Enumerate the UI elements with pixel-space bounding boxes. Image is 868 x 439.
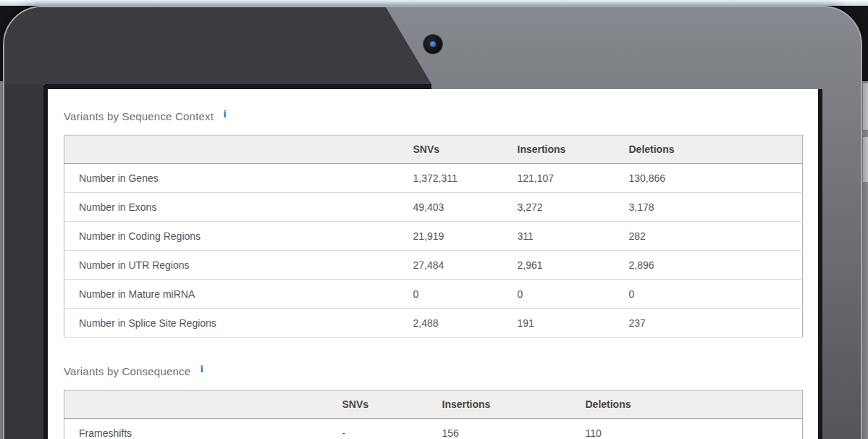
section-header-sequence-context: Variants by Sequence Context i [64,109,802,125]
variants-by-consequence-table: SNVs Insertions Deletions Frameshifts - … [64,390,803,439]
cell-deletions: 282 [615,222,803,251]
cell-deletions: 130,866 [615,164,803,193]
column-header-empty [64,390,328,419]
cell-insertions: 0 [503,280,615,309]
cell-insertions: 121,107 [503,164,615,193]
row-label: Number in UTR Regions [64,251,399,280]
cell-deletions: 110 [571,419,803,439]
column-header-insertions: Insertions [428,390,571,419]
info-icon[interactable]: i [201,361,203,377]
cell-snvs: 0 [399,280,503,309]
column-header-empty [64,135,399,164]
page-top-strip [0,0,868,6]
cell-insertions: 311 [503,222,615,251]
table-row: Number in Genes 1,372,311 121,107 130,86… [64,164,803,193]
cell-snvs: 49,403 [399,193,503,222]
column-header-deletions: Deletions [571,390,803,419]
info-icon[interactable]: i [224,106,227,122]
cell-insertions: 191 [503,309,615,338]
table-header-row: SNVs Insertions Deletions [64,390,803,419]
row-label: Number in Mature miRNA [64,280,399,309]
camera-icon [424,35,442,54]
background-panel [863,83,868,130]
cell-insertions: 156 [428,419,571,439]
camera-lens-icon [430,41,436,47]
bezel-glare [431,84,822,89]
table-row: Number in Exons 49,403 3,272 3,178 [64,193,803,222]
row-label: Number in Exons [64,193,399,222]
column-header-insertions: Insertions [503,135,615,164]
tablet-bezel-shade [4,7,453,84]
cell-deletions: 2,896 [615,251,803,280]
cell-snvs: 1,372,311 [399,164,503,193]
cell-deletions: 237 [615,309,803,338]
background-panel [863,137,868,182]
cell-insertions: 3,272 [503,193,615,222]
row-label: Number in Splice Site Regions [64,309,399,338]
row-label: Number in Genes [64,164,399,193]
table-row: Number in Mature miRNA 0 0 0 [64,280,803,309]
variants-by-sequence-context-table: SNVs Insertions Deletions Number in Gene… [64,135,803,338]
table-row: Number in Splice Site Regions 2,488 191 … [64,309,803,338]
page: { "colors": { "info_icon_blue": "#2878b8… [0,0,868,439]
cell-snvs: 27,484 [399,251,503,280]
table-header-row: SNVs Insertions Deletions [64,135,803,164]
section-title: Variants by Sequence Context [64,109,214,125]
table-row: Number in Coding Regions 21,919 311 282 [64,222,803,251]
cell-snvs: 2,488 [399,309,503,338]
tablet-screen: Variants by Sequence Context i SNVs Inse… [48,89,818,439]
table-row: Frameshifts - 156 110 [64,419,803,439]
cell-deletions: 0 [615,280,803,309]
report-content: Variants by Sequence Context i SNVs Inse… [48,89,818,439]
row-label: Number in Coding Regions [64,222,399,251]
section-header-consequence: Variants by Consequence i [64,364,802,380]
cell-snvs: 21,919 [399,222,503,251]
cell-deletions: 3,178 [615,193,803,222]
section-title: Variants by Consequence [64,364,190,380]
tablet-device: Variants by Sequence Context i SNVs Inse… [3,6,862,439]
column-header-snvs: SNVs [328,390,428,419]
cell-insertions: 2,961 [503,251,615,280]
row-label: Frameshifts [64,419,328,439]
column-header-deletions: Deletions [615,135,803,164]
table-row: Number in UTR Regions 27,484 2,961 2,896 [64,251,803,280]
column-header-snvs: SNVs [399,135,503,164]
cell-snvs: - [328,419,428,439]
